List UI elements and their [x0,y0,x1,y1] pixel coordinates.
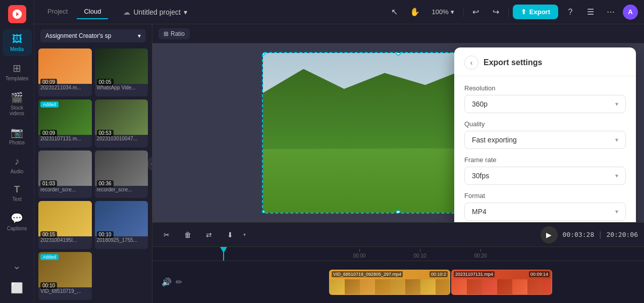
sidebar-item-captions[interactable]: 💬 Captions [3,208,32,235]
canvas-main: ‹ Export settings Resolution 360p ▾ [152,43,644,222]
clip-2-label: 20231107131.mp4 [454,271,495,277]
sidebar-item-stock-label: Stock videos [6,105,29,116]
nav-btn[interactable]: ☰ [582,4,599,20]
media-duration-m9: 00:10 [40,282,57,289]
undo-btn[interactable]: ↩ [468,4,484,20]
media-item-m9[interactable]: 00:10AddedVID_68510719_... [38,252,92,300]
download-tool-btn[interactable]: ⬇ [222,227,238,243]
framerate-label: Frame rate [464,156,626,164]
audio-icon: ♪ [15,156,20,167]
export-settings-panel: ‹ Export settings Resolution 360p ▾ [454,47,636,222]
resolution-select[interactable]: 360p ▾ [464,95,626,113]
sidebar-item-text[interactable]: T Text [3,180,32,206]
media-name-m6: recorder_scre... [95,186,148,194]
cloud-upload-icon: ☁ [123,8,130,16]
transition-tool-btn[interactable]: ⇄ [201,227,217,243]
delete-tool-btn[interactable]: 🗑 [180,227,196,243]
export-back-btn[interactable]: ‹ [464,56,478,70]
zoom-selector[interactable]: 100% ▾ [427,6,459,18]
sidebar-captions-bottom[interactable]: ⬜ [3,278,32,298]
sidebar-item-stock[interactable]: 🎬 Stock videos [3,87,32,120]
added-badge-m9: Added [40,254,59,260]
help-btn[interactable]: ? [562,4,578,20]
format-chevron-icon: ▾ [615,208,618,215]
quality-select[interactable]: Fast exporting ▾ [464,131,626,149]
media-item-m2[interactable]: 00:05WhatsApp Vide... [95,48,148,96]
tab-project[interactable]: Project [40,5,75,19]
ruler-mark-2: 00:20 [450,249,511,259]
current-time: 00:03:28 [563,231,595,238]
media-item-m7[interactable]: 00:1520231004195I... [38,201,92,249]
clip-frames-2 [452,279,552,294]
media-item-m4[interactable]: 00:532023103010047... [95,99,148,147]
media-item-m8[interactable]: 00:1020180925_1755... [95,201,148,249]
timeline-playhead[interactable] [223,247,224,261]
framerate-select[interactable]: 30fps ▾ [464,167,626,185]
panel-header: Assignment Creator's sp ▾ [34,24,152,45]
handle-bc[interactable] [396,210,401,214]
volume-btn[interactable]: 🔊 [162,277,172,287]
video-clip-1[interactable]: VID_68510719_092805_297.mp4 00:10:2 [329,270,450,295]
media-item-m5[interactable]: 01:03recorder_scre... [38,150,92,198]
sidebar-item-media-label: Media [10,46,24,52]
split-tool-btn[interactable]: ✂ [158,227,175,243]
workspace-selector[interactable]: Assignment Creator's sp ▾ [40,29,146,42]
handle-bl[interactable] [262,210,265,214]
format-label: Format [464,192,626,199]
canvas-toolbar: ⊞ Ratio [152,24,644,43]
divider-2 [508,7,509,17]
sidebar-item-photos[interactable]: 📷 Photos [3,122,32,149]
ruler-mark-1: 00:10 [390,249,450,259]
clip-frames-1 [330,279,450,294]
play-button[interactable]: ▶ [541,226,558,243]
panel-collapse-btn[interactable]: ‹ [148,158,152,170]
sidebar-item-audio[interactable]: ♪ Audio [3,152,32,178]
captions-icon: 💬 [11,212,23,224]
more-icon: ⌄ [13,260,21,272]
total-time: 20:20:06 [606,231,638,238]
framerate-field: Frame rate 30fps ▾ [464,156,626,185]
sidebar-item-audio-label: Audio [11,169,24,174]
cursor-tool-btn[interactable]: ↖ [387,4,403,20]
app-logo[interactable] [8,5,26,23]
media-duration-m2: 00:05 [97,79,114,85]
photos-icon: 📷 [11,126,23,138]
project-name-selector[interactable]: ☁ Untitled project ▾ [123,8,187,16]
quality-chevron-icon: ▾ [615,136,618,143]
media-duration-m8: 00:10 [97,231,114,238]
project-chevron-icon: ▾ [184,8,187,16]
media-duration-m1: 00:09 [40,79,57,85]
media-duration-m6: 00:36 [97,180,114,187]
playhead-handle [220,247,227,254]
sidebar-item-photos-label: Photos [9,140,25,145]
track-volume-controls: 🔊 ✏ [157,277,193,287]
media-duration-m4: 00:53 [97,130,114,136]
media-item-m6[interactable]: 00:36recorder_scre... [95,150,148,198]
media-name-m5: recorder_scre... [38,186,92,194]
hand-tool-btn[interactable]: ✋ [407,4,423,20]
redo-btn[interactable]: ↪ [488,4,504,20]
media-duration-m5: 01:03 [40,180,57,187]
timeline-ruler: 00:00 00:10 00:20 [152,247,644,261]
templates-icon: ⊞ [13,62,21,74]
sidebar-item-templates[interactable]: ⊞ Templates [3,58,32,85]
avatar[interactable]: A [623,5,638,20]
media-duration-m7: 00:15 [40,231,57,238]
format-select[interactable]: MP4 ▾ [464,203,626,221]
video-clip-2[interactable]: 20231107131.mp4 00:09:14 [451,270,552,295]
sidebar-more[interactable]: ⌄ [3,256,32,276]
framerate-chevron-icon: ▾ [615,172,618,179]
media-item-m3[interactable]: 00:09Added20231107131.m... [38,99,92,147]
sidebar-item-media[interactable]: 🖼 Media [3,29,32,56]
ratio-btn[interactable]: ⊞ Ratio [158,28,190,39]
media-item-m1[interactable]: 00:0920231211034.m... [38,48,92,96]
download-chevron-icon[interactable]: ▾ [243,232,246,237]
topbar-tools: ↖ ✋ 100% ▾ ↩ ↪ ⬆ Export ? ☰ ⋯ A [387,4,638,20]
tab-cloud[interactable]: Cloud [77,5,108,19]
edit-track-btn[interactable]: ✏ [176,277,182,287]
topbar: Project Cloud ☁ Untitled project ▾ ↖ ✋ 1… [34,0,644,24]
export-settings-title: Export settings [484,58,542,67]
export-button[interactable]: ⬆ Export [513,5,558,19]
resolution-chevron-icon: ▾ [615,100,618,108]
more-options-btn[interactable]: ⋯ [603,4,619,20]
